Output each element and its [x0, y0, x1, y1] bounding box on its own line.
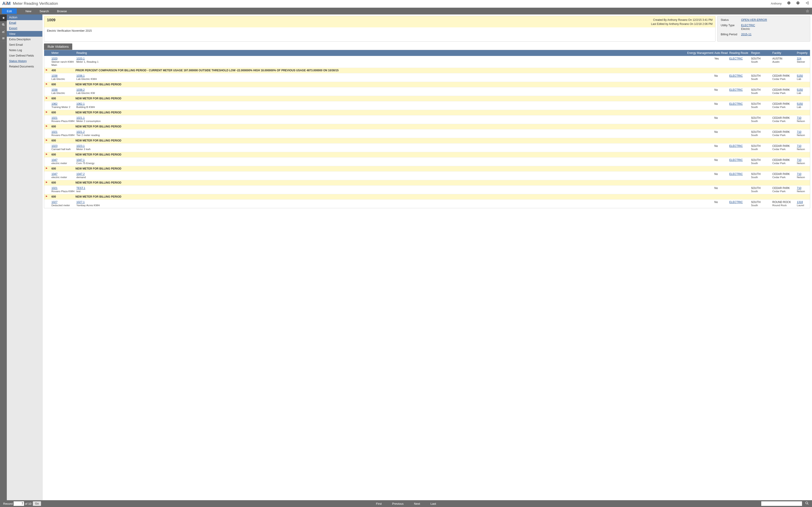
rail-chart-icon[interactable]	[0, 28, 7, 35]
region-code: SOUTH	[751, 186, 761, 190]
violation-row: ⚑600NEW METER FOR BILLING PERIOD	[44, 96, 810, 101]
facility-code: AUSTIN	[772, 57, 782, 60]
side-export[interactable]: Export	[7, 25, 42, 31]
meter-link[interactable]: 1027	[51, 201, 75, 204]
reading-link[interactable]: 1038.2	[77, 88, 687, 92]
data-row: 1021Rovano Plaza KWH1021.1Meter 2 consum…	[44, 115, 810, 124]
data-row: 1027Deducted meter1027.1Yambay Acres KWH…	[44, 200, 810, 208]
edit-button[interactable]: Edit	[2, 8, 17, 14]
app-logo: AiM	[2, 1, 11, 6]
billing-period-link[interactable]: 2015-11	[741, 33, 752, 36]
property-link[interactable]: 710	[797, 159, 808, 162]
property-link[interactable]: 5150	[797, 74, 808, 77]
meter-link[interactable]: 1038	[51, 88, 75, 92]
side-extra-description[interactable]: Extra Description	[7, 37, 42, 42]
violation-code: 600	[49, 195, 75, 198]
side-notes-log[interactable]: Notes Log	[7, 48, 42, 53]
facility-name: Cedar Park	[772, 148, 785, 151]
auto-read-value: No	[714, 145, 729, 151]
reading-link[interactable]: 1047.2	[77, 172, 687, 176]
route-link[interactable]: ELECTRIC	[729, 57, 743, 60]
meter-link[interactable]: 1021	[51, 116, 75, 119]
info-icon[interactable]	[787, 1, 791, 6]
logout-icon[interactable]	[805, 1, 809, 6]
property-link[interactable]: 1318	[797, 201, 808, 204]
property-link[interactable]: 710	[797, 130, 808, 133]
col-meter: Meter	[49, 51, 75, 55]
region-code: SOUTH	[751, 130, 761, 133]
reading-text: demand	[77, 176, 86, 179]
meter-text: Steiner ranch KWH Main	[51, 60, 73, 66]
facility-name: Round Rock	[772, 204, 786, 207]
reading-link[interactable]: 1021.1	[77, 116, 687, 119]
utility-type-link[interactable]: ELECTRIC	[741, 24, 755, 27]
help-icon[interactable]: ?	[796, 1, 800, 6]
record-description: Electric Verification November 2015	[44, 27, 715, 42]
new-button[interactable]: New	[21, 8, 35, 14]
audit-info: Created By Anthony Rovano On 12/2/15 3:4…	[651, 18, 713, 26]
flag-icon: ⚑	[44, 125, 49, 128]
status-link[interactable]: OPEN-VER-ERROR	[741, 18, 767, 21]
logo-m: M	[7, 1, 11, 6]
browse-button[interactable]: Browse	[53, 8, 71, 14]
meter-link[interactable]: 1047	[51, 159, 75, 162]
reading-link[interactable]: 1062.1	[77, 102, 687, 106]
property-link[interactable]: 5150	[797, 88, 808, 92]
property-text: Nelson	[797, 190, 805, 192]
reading-link[interactable]: 1038.1	[77, 74, 687, 77]
property-link[interactable]: 710	[797, 116, 808, 119]
rail-menu-icon[interactable]	[0, 35, 7, 42]
utility-type-text: Electric	[741, 27, 807, 31]
rail-star-icon[interactable]: ★	[0, 14, 7, 21]
violation-row: ⚑600NEW METER FOR BILLING PERIOD	[44, 180, 810, 185]
route-link[interactable]: ELECTRIC	[729, 102, 743, 106]
property-link[interactable]: 324	[797, 57, 808, 60]
side-user-defined-fields[interactable]: User Defined Fields	[7, 53, 42, 58]
data-row: 1023Carnael hall kwh1023.1Meter 3 kwhNoE…	[44, 143, 810, 152]
meter-link[interactable]: 1062	[51, 102, 75, 106]
facility-name: Cedar Park	[772, 176, 785, 179]
meter-link[interactable]: 1038	[51, 74, 75, 77]
data-row: 1038Lab Electric1038.1Lab Electric KWHNo…	[44, 73, 810, 82]
search-button[interactable]: Search	[35, 8, 53, 14]
svg-line-7	[4, 25, 5, 25]
route-link[interactable]: ELECTRIC	[729, 201, 743, 204]
meter-text: Carnael hall kwh	[51, 148, 71, 151]
property-link[interactable]: 710	[797, 145, 808, 148]
property-link[interactable]: 5150	[797, 102, 808, 106]
side-sent-email[interactable]: Sent Email	[7, 42, 42, 48]
reading-link[interactable]: 1020.1	[77, 57, 687, 60]
region-code: SOUTH	[751, 159, 761, 162]
reading-link[interactable]: TEST.1	[77, 186, 687, 190]
route-link[interactable]: ELECTRIC	[729, 88, 743, 92]
reading-link[interactable]: 1021.2	[77, 130, 687, 133]
side-related-documents[interactable]: Related Documents	[7, 64, 42, 69]
route-link[interactable]: ELECTRIC	[729, 145, 743, 148]
property-link[interactable]: 710	[797, 186, 808, 190]
side-status-history[interactable]: Status History	[7, 58, 42, 64]
header-right: Anthony ?	[771, 1, 809, 6]
route-link[interactable]: ELECTRIC	[729, 172, 743, 176]
favorite-icon[interactable]: ☆	[806, 9, 809, 13]
property-link[interactable]: 710	[797, 172, 808, 176]
reading-link[interactable]: 1023.1	[77, 145, 687, 148]
col-energy-management: Energy Management	[687, 51, 714, 55]
rail-zoom-icon[interactable]	[0, 21, 7, 28]
reading-link[interactable]: 1047.1	[77, 159, 687, 162]
side-email[interactable]: Email	[7, 20, 42, 25]
meter-link[interactable]: 1047	[51, 172, 75, 176]
meter-link[interactable]: 1021	[51, 186, 75, 190]
meter-link[interactable]: 1020	[51, 57, 75, 60]
property-text: Lab	[797, 92, 801, 94]
region-name: South	[751, 162, 758, 165]
property-text: Nelson	[797, 120, 805, 122]
meter-link[interactable]: 1023	[51, 145, 75, 148]
reading-link[interactable]: 1027.1	[77, 201, 687, 204]
violation-row: ⚑600NEW METER FOR BILLING PERIOD	[44, 194, 810, 200]
status-label: Status	[721, 18, 741, 21]
route-link[interactable]: ELECTRIC	[729, 159, 743, 162]
meter-link[interactable]: 1021	[51, 130, 75, 133]
flag-icon: ⚑	[44, 69, 49, 72]
route-link[interactable]: ELECTRIC	[729, 74, 743, 77]
property-text: Nelson	[797, 162, 805, 165]
